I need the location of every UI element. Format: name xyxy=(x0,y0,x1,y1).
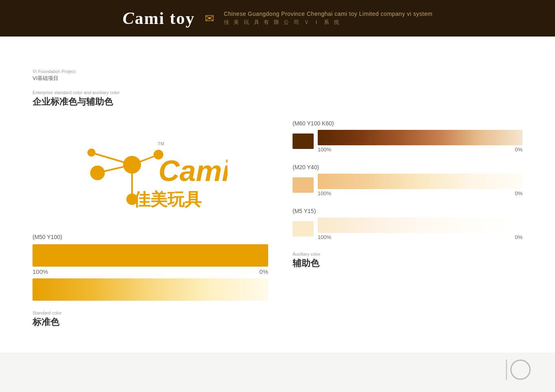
page-header: Cami toy ✉ Chinese Guangdong Province Ch… xyxy=(0,0,555,37)
section-title-en: Enterprise standard color and auxiliary … xyxy=(33,90,522,95)
subtitle-cn: 佳 美 玩 具 有 限 公 司 Ｖ Ｉ 系 统 xyxy=(224,19,433,26)
section-title: Enterprise standard color and auxiliary … xyxy=(33,90,522,108)
right-bar-container-1: 100% 0% xyxy=(318,174,522,196)
cami-logo-svg: TM Cami 佳美玩具 xyxy=(73,128,228,213)
right-swatch-0 xyxy=(293,134,314,149)
right-label-2: (M5 Y15) xyxy=(293,208,522,214)
m50y100-label: (M50 Y100) xyxy=(33,234,268,240)
right-column: (M60 Y100 K60) 100% 0% (M20 Y40) xyxy=(293,120,522,269)
right-color-item-1: (M20 Y40) 100% 0% xyxy=(293,164,522,196)
right-p100-0: 100% xyxy=(318,146,331,153)
right-color-item-0: (M60 Y100 K60) 100% 0% xyxy=(293,120,522,153)
vi-label-cn: VI基础项目 xyxy=(33,75,522,82)
standard-color-cn: 标准色 xyxy=(33,316,268,328)
right-percent-row-0: 100% 0% xyxy=(318,146,522,153)
right-bar-1 xyxy=(318,174,522,189)
header-subtitle: Chinese Guangdong Province Chenghai cami… xyxy=(224,11,433,26)
deco-circle xyxy=(510,360,531,380)
left-column: TM Cami 佳美玩具 (M50 Y100) 100% 0% xyxy=(33,120,268,328)
subtitle-en: Chinese Guangdong Province Chenghai cami… xyxy=(224,11,433,17)
right-bar-container-0: 100% 0% xyxy=(318,130,522,153)
svg-text:佳美玩具: 佳美玩具 xyxy=(133,190,202,209)
right-bar-0 xyxy=(318,130,522,145)
right-p0-0: 0% xyxy=(515,146,522,153)
percent-row-left: 100% 0% xyxy=(33,268,268,275)
auxiliary-label: Auxiliary color 辅助色 xyxy=(293,252,522,269)
standard-color-en: Standard color xyxy=(33,310,268,315)
svg-text:Cami: Cami xyxy=(158,155,228,187)
bottom-right-decoration xyxy=(506,360,531,380)
right-bar-row-1: 100% 0% xyxy=(293,174,522,196)
right-percent-row-1: 100% 0% xyxy=(318,190,522,196)
right-label-1: (M20 Y40) xyxy=(293,164,522,170)
deco-line xyxy=(506,360,507,380)
m50y100-solid-bar xyxy=(33,244,268,267)
vi-foundation-label: VI Foundation Project VI基础项目 xyxy=(33,69,522,82)
right-p0-1: 0% xyxy=(515,190,522,196)
content-row: TM Cami 佳美玩具 (M50 Y100) 100% 0% xyxy=(33,120,522,328)
right-bar-2 xyxy=(318,218,522,233)
right-p100-2: 100% xyxy=(318,234,331,240)
right-p0-2: 0% xyxy=(515,234,522,240)
right-p100-1: 100% xyxy=(318,190,331,196)
right-label-0: (M60 Y100 K60) xyxy=(293,120,522,127)
right-swatch-2 xyxy=(293,221,314,237)
main-content: VI Foundation Project VI基础项目 Enterprise … xyxy=(0,37,555,353)
envelope-icon: ✉ xyxy=(205,12,214,25)
percent-0-left: 0% xyxy=(259,268,268,275)
m50y100-gradient-bar xyxy=(33,278,268,301)
auxiliary-en: Auxiliary color xyxy=(293,252,522,256)
percent-100-left: 100% xyxy=(33,268,48,275)
right-bar-row-0: 100% 0% xyxy=(293,130,522,153)
right-bar-container-2: 100% 0% xyxy=(318,218,522,240)
right-swatch-1 xyxy=(293,177,314,193)
right-percent-row-2: 100% 0% xyxy=(318,234,522,240)
logo-area: TM Cami 佳美玩具 xyxy=(33,120,268,226)
right-bar-row-2: 100% 0% xyxy=(293,218,522,240)
vi-label-en: VI Foundation Project xyxy=(33,69,522,74)
standard-color-label: Standard color 标准色 xyxy=(33,310,268,328)
logo-text: Cami toy xyxy=(123,9,195,28)
auxiliary-cn: 辅助色 xyxy=(293,257,522,269)
m50y100-section: (M50 Y100) 100% 0% xyxy=(33,234,268,301)
svg-text:TM: TM xyxy=(158,141,164,146)
section-title-cn: 企业标准色与辅助色 xyxy=(33,96,522,108)
right-color-item-2: (M5 Y15) 100% 0% xyxy=(293,208,522,240)
